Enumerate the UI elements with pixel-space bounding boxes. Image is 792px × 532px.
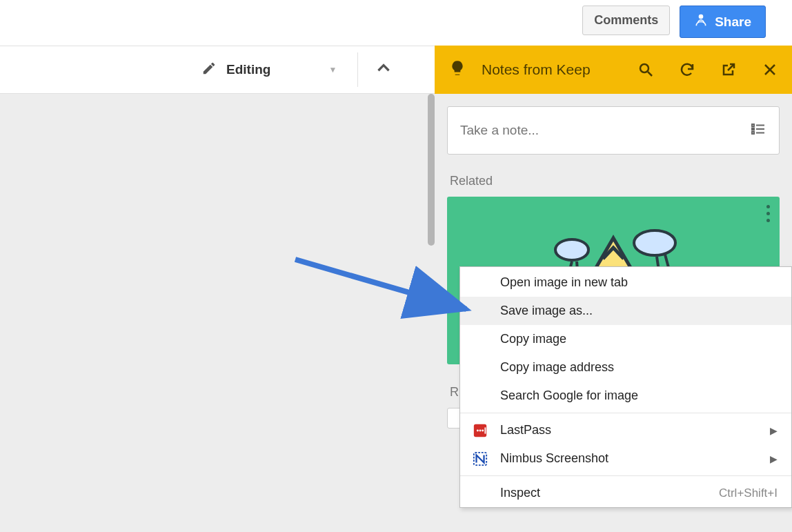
share-label: Share — [715, 14, 751, 30]
refresh-icon[interactable] — [679, 61, 695, 78]
ctx-inspect-label: Inspect — [500, 486, 540, 500]
ctx-ext-lastpass-label: LastPass — [500, 423, 551, 437]
keep-header: Notes from Keep — [435, 46, 792, 94]
ctx-open-image-new-tab[interactable]: Open image in new tab — [460, 267, 791, 297]
keep-header-actions — [637, 61, 778, 78]
context-menu: Open image in new tab Save image as... C… — [459, 266, 792, 508]
mode-label: Editing — [226, 62, 270, 77]
ctx-separator — [460, 413, 791, 413]
nimbus-icon — [473, 451, 488, 466]
ctx-save-image-as[interactable]: Save image as... — [460, 297, 791, 325]
ctx-copy-image[interactable]: Copy image — [460, 325, 791, 353]
ctx-copy-image-address[interactable]: Copy image address — [460, 353, 791, 382]
svg-rect-6 — [752, 124, 754, 126]
bulb-icon — [448, 59, 466, 80]
open-in-new-icon[interactable] — [720, 61, 737, 78]
app-topbar: Comments Share — [0, 0, 792, 46]
ctx-separator — [460, 475, 791, 476]
note-more-icon[interactable] — [766, 205, 770, 222]
keep-title: Notes from Keep — [482, 61, 591, 78]
toolbar-divider — [357, 52, 358, 87]
svg-line-3 — [728, 64, 734, 70]
svg-line-2 — [648, 72, 652, 76]
search-icon[interactable] — [637, 61, 654, 78]
ctx-inspect[interactable]: Inspect Ctrl+Shift+I — [460, 479, 791, 507]
take-note-input[interactable] — [460, 123, 750, 138]
mode-dropdown-caret[interactable]: ▼ — [328, 65, 337, 75]
collapse-toolbar-button[interactable] — [375, 59, 393, 80]
ctx-ext-nimbus-label: Nimbus Screenshot — [500, 451, 608, 466]
ctx-ext-nimbus[interactable]: Nimbus Screenshot ▶ — [460, 444, 791, 473]
svg-rect-10 — [752, 132, 754, 134]
submenu-arrow-icon: ▶ — [770, 425, 778, 436]
lastpass-icon — [473, 423, 488, 438]
svg-point-0 — [699, 14, 704, 19]
ctx-search-google-image[interactable]: Search Google for image — [460, 382, 791, 410]
svg-point-22 — [482, 429, 484, 431]
pencil-icon — [201, 61, 217, 79]
related-heading: Related — [450, 174, 780, 188]
comments-button[interactable]: Comments — [582, 6, 670, 35]
svg-rect-8 — [752, 128, 754, 130]
svg-rect-23 — [484, 427, 486, 433]
document-canvas[interactable] — [0, 94, 435, 532]
new-list-icon[interactable] — [750, 121, 766, 140]
svg-point-13 — [634, 230, 675, 255]
take-note-box[interactable] — [447, 106, 780, 155]
doc-toolbar: Editing ▼ — [0, 46, 435, 94]
svg-point-21 — [479, 429, 482, 431]
vertical-scrollbar[interactable] — [428, 94, 435, 246]
svg-point-1 — [640, 64, 649, 72]
ctx-inspect-shortcut: Ctrl+Shift+I — [719, 486, 778, 500]
mode-switcher[interactable]: Editing ▼ — [201, 61, 337, 79]
ctx-ext-lastpass[interactable]: LastPass ▶ — [460, 416, 791, 444]
share-button[interactable]: Share — [680, 6, 766, 38]
svg-point-20 — [477, 429, 479, 431]
svg-point-12 — [555, 239, 588, 260]
close-icon[interactable] — [762, 61, 778, 78]
share-icon — [694, 13, 708, 30]
submenu-arrow-icon: ▶ — [770, 453, 778, 464]
